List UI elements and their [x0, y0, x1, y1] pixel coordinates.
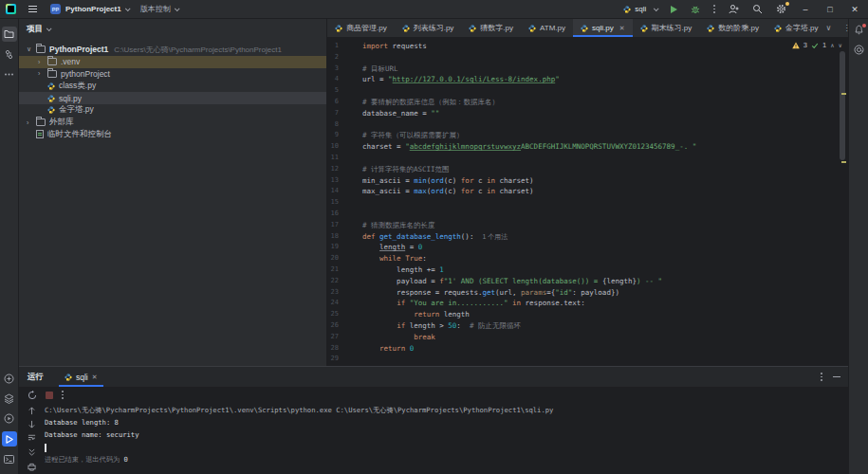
tree-row[interactable]: 临时文件和控制台: [19, 129, 326, 141]
console-output[interactable]: C:\Users\无心骑\PycharmProjects\PythonProje…: [45, 403, 848, 474]
run-panel: 运行 sqli ✕: [19, 366, 848, 474]
editor-tab[interactable]: 数的阶乘.py: [699, 19, 766, 37]
services-tool-icon[interactable]: [2, 392, 17, 407]
vcs-tool-icon[interactable]: [2, 371, 17, 386]
tabs-dropdown-icon[interactable]: ∨: [826, 24, 832, 32]
tree-row[interactable]: sqli.py: [19, 92, 326, 104]
soft-wrap-icon[interactable]: [28, 433, 36, 442]
run-config-widget[interactable]: sqli: [623, 5, 657, 13]
more-options-icon[interactable]: [62, 391, 64, 398]
maximize-button[interactable]: □: [824, 5, 836, 14]
tree-row[interactable]: ∨PythonProject1C:\Users\无心骑\PycharmProje…: [19, 44, 326, 56]
main-menu-icon[interactable]: [28, 6, 37, 12]
run-button[interactable]: [671, 6, 677, 13]
inspections-widget[interactable]: 3 1 ∧ ∨: [792, 41, 842, 49]
debug-button[interactable]: [691, 5, 700, 14]
pycharm-logo: [6, 4, 16, 14]
editor-scrollbar[interactable]: [840, 51, 845, 160]
ok-icon: [811, 42, 819, 49]
editor-tab[interactable]: sqli.py✕: [573, 19, 633, 37]
run-tool-icon[interactable]: [2, 431, 17, 447]
run-panel-title: 运行: [19, 372, 57, 383]
code-with-me-icon[interactable]: [729, 4, 739, 14]
project-widget[interactable]: PythonProject1: [65, 5, 121, 13]
tree-row[interactable]: class类.py: [19, 80, 326, 92]
minimize-button[interactable]: –: [800, 5, 811, 14]
tree-row[interactable]: ›外部库: [19, 117, 326, 129]
run-tab-sqli[interactable]: sqli ✕: [57, 367, 105, 387]
down-stack-icon[interactable]: [28, 420, 36, 428]
left-tool-stripe: [0, 19, 19, 474]
right-tool-stripe: [848, 19, 868, 474]
stop-icon[interactable]: [46, 392, 53, 399]
editor-tab[interactable]: 列表练习.py: [395, 19, 462, 37]
search-icon[interactable]: [752, 4, 763, 14]
editor-tabs: 商品管理.py列表练习.py猜数字.pyATM.pysqli.py✕期末练习.p…: [327, 19, 848, 38]
line-numbers: 1234567891011121314151617181920212223242…: [327, 38, 362, 366]
tree-row[interactable]: 金字塔.py: [19, 104, 326, 117]
prev-problem-icon[interactable]: ∧: [830, 42, 834, 48]
editor-tab[interactable]: 期末练习.py: [633, 19, 700, 37]
chevron-down-icon: [175, 6, 180, 11]
scrollbar-mark: [841, 161, 846, 163]
settings-gear-icon[interactable]: [776, 4, 786, 14]
python-icon: [65, 374, 72, 381]
console-gutter: [19, 403, 45, 474]
python-console-icon[interactable]: [2, 411, 17, 427]
code-area[interactable]: import requests# 目标URLurl = "http://127.…: [362, 38, 848, 366]
notifications-bell-icon[interactable]: [854, 25, 864, 35]
more-tools-icon[interactable]: [2, 66, 17, 82]
python-icon: [623, 6, 631, 13]
scroll-end-icon[interactable]: [28, 448, 36, 457]
close-icon[interactable]: ✕: [92, 374, 98, 381]
project-tree: ∨PythonProject1C:\Users\无心骑\PycharmProje…: [19, 44, 326, 140]
project-panel: 项目 ∨PythonProject1C:\Users\无心骑\PycharmPr…: [19, 19, 327, 366]
tree-row[interactable]: ›pythonProject: [19, 68, 326, 81]
editor-tab[interactable]: 猜数字.py: [461, 19, 521, 37]
vcs-widget[interactable]: 版本控制: [140, 4, 171, 14]
chevron-down-icon: [125, 6, 131, 11]
editor-tab[interactable]: 金字塔.py: [766, 19, 826, 37]
print-icon[interactable]: [28, 463, 36, 471]
commit-tool-icon[interactable]: [2, 46, 17, 62]
up-stack-icon[interactable]: [28, 407, 36, 415]
chevron-down-icon: [654, 6, 659, 11]
project-panel-title: 项目: [27, 24, 43, 35]
terminal-tool-icon[interactable]: [2, 452, 17, 467]
scrollbar-mark: [841, 93, 846, 95]
more-actions-icon[interactable]: [713, 5, 715, 12]
project-badge: PP: [50, 4, 61, 14]
ai-assistant-icon[interactable]: [854, 45, 864, 55]
title-bar: PP PythonProject1 版本控制 sqli – □ ✕: [0, 0, 868, 19]
run-toolbar: [19, 387, 848, 403]
editor-tab[interactable]: 商品管理.py: [327, 19, 395, 37]
next-problem-icon[interactable]: ∨: [839, 42, 842, 48]
editor-tab[interactable]: ATM.py: [521, 19, 573, 37]
hide-panel-icon[interactable]: [833, 376, 840, 378]
close-button[interactable]: ✕: [849, 5, 860, 14]
project-tool-icon[interactable]: [2, 27, 17, 42]
tree-row[interactable]: ›.venv: [19, 56, 326, 68]
panel-options-icon[interactable]: [821, 373, 822, 380]
chevron-down-icon: [46, 26, 52, 31]
rerun-icon[interactable]: [28, 391, 37, 400]
warning-icon: [792, 42, 800, 49]
